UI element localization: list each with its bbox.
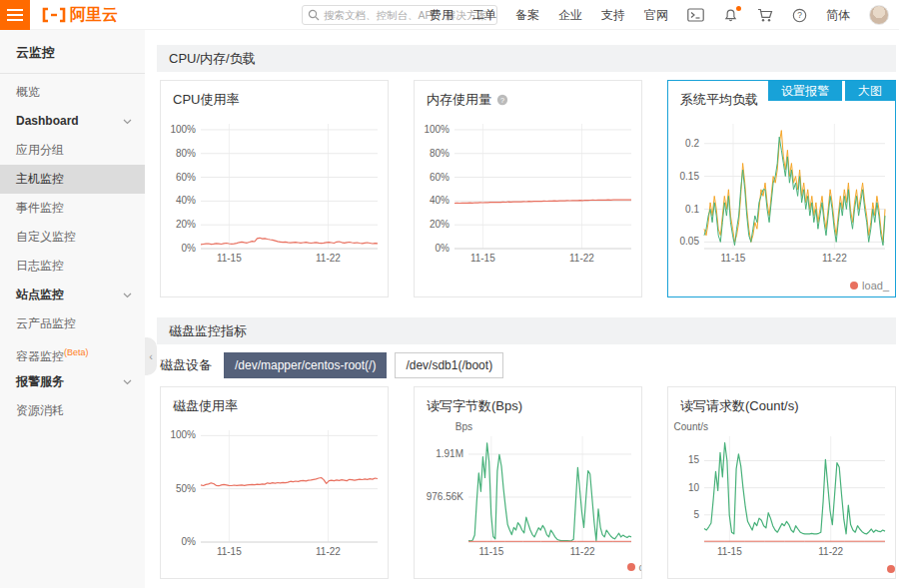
svg-text:?: ? xyxy=(797,10,802,20)
load-legend[interactable]: load_ xyxy=(850,280,889,292)
count-legend[interactable] xyxy=(887,565,896,573)
svg-text:0%: 0% xyxy=(436,243,450,254)
set-alarm-button[interactable]: 设置报警 xyxy=(768,81,842,101)
rw-bytes-chart[interactable]: 11-1511-22976.56K1.91MBps xyxy=(417,421,635,558)
svg-text:80%: 80% xyxy=(176,148,196,159)
nav-icp[interactable]: 备案 xyxy=(515,7,539,24)
cpu-usage-chart[interactable]: 11-1511-220%20%40%60%80%100% xyxy=(163,115,382,265)
notification-badge xyxy=(736,6,741,11)
svg-text:100%: 100% xyxy=(170,429,196,440)
svg-text:11-15: 11-15 xyxy=(478,546,503,557)
notifications-bell-icon[interactable] xyxy=(723,8,738,23)
chevron-down-icon xyxy=(123,379,132,385)
sidebar-item-alert-service[interactable]: 报警服务 xyxy=(0,367,145,396)
svg-text:0.2: 0.2 xyxy=(685,138,699,149)
rw-bytes-card-title: 读写字节数(Bps) xyxy=(415,387,641,419)
sidebar-item-resource-usage[interactable]: 资源消耗 xyxy=(0,396,145,425)
svg-text:0.1: 0.1 xyxy=(685,204,699,215)
svg-text:20%: 20% xyxy=(430,219,450,230)
rw-bytes-card: 读写字节数(Bps) 11-1511-22976.56K1.91MBps c xyxy=(414,386,642,579)
logo-text: 阿里云 xyxy=(70,5,118,26)
sidebar-collapse-handle[interactable]: ‹ xyxy=(145,337,157,375)
enlarge-chart-button[interactable]: 大图 xyxy=(845,81,895,101)
disk-usage-chart[interactable]: 11-1511-220%50%100% xyxy=(163,421,382,558)
svg-text:40%: 40% xyxy=(430,195,450,206)
top-nav: 费用 工单 备案 企业 支持 官网 ? 简体 xyxy=(430,0,899,30)
top-bar: 阿里云 费用 工单 备案 企业 支持 官网 ? 简体 xyxy=(0,0,899,30)
beta-badge: (Beta) xyxy=(64,347,89,357)
chevron-down-icon xyxy=(123,119,132,125)
nav-website[interactable]: 官网 xyxy=(644,7,668,24)
sidebar-item-dashboard[interactable]: Dashboard xyxy=(0,107,145,136)
bps-legend[interactable]: c xyxy=(627,561,643,573)
svg-text:Count/s: Count/s xyxy=(674,421,708,432)
sidebar-item-overview[interactable]: 概览 xyxy=(0,78,145,107)
svg-text:11-15: 11-15 xyxy=(717,546,742,557)
sidebar-item-event-monitoring[interactable]: 事件监控 xyxy=(0,194,145,223)
cart-icon[interactable] xyxy=(757,8,773,23)
disk-device-selector: 磁盘设备 /dev/mapper/centos-root(/) /dev/sdb… xyxy=(160,352,899,378)
memory-card-title: 内存使用量 ? xyxy=(415,81,641,113)
disk-tab-centos-root[interactable]: /dev/mapper/centos-root(/) xyxy=(224,352,387,378)
disk-tab-sdb1-boot[interactable]: /dev/sdb1(/boot) xyxy=(395,352,503,378)
alibaba-cloud-logo[interactable]: 阿里云 xyxy=(42,0,118,30)
svg-text:10: 10 xyxy=(688,482,700,493)
sidebar-title: 云监控 xyxy=(0,30,145,74)
svg-text:11-15: 11-15 xyxy=(470,253,495,264)
disk-device-label: 磁盘设备 xyxy=(160,356,212,374)
rw-requests-card-title: 读写请求数(Count/s) xyxy=(668,387,895,419)
sidebar-item-site-monitoring[interactable]: 站点监控 xyxy=(0,281,145,309)
svg-text:50%: 50% xyxy=(176,483,196,494)
memory-usage-chart[interactable]: 11-1511-220%20%40%60%80%100% xyxy=(417,115,635,265)
section-header-cpu-mem-load: CPU/内存/负载 xyxy=(157,45,896,72)
svg-text:60%: 60% xyxy=(176,172,196,183)
sidebar-item-log-monitoring[interactable]: 日志监控 xyxy=(0,252,145,281)
sidebar-item-host-monitoring[interactable]: 主机监控 xyxy=(0,165,145,194)
memory-usage-card: 内存使用量 ? 11-1511-220%20%40%60%80%100% xyxy=(414,80,642,297)
svg-text:100%: 100% xyxy=(424,124,450,135)
svg-text:15: 15 xyxy=(688,454,700,465)
search-icon xyxy=(308,9,320,21)
rw-requests-chart[interactable]: 11-1511-2251015Count/s xyxy=(670,421,889,558)
svg-text:100%: 100% xyxy=(170,124,196,135)
svg-text:976.56K: 976.56K xyxy=(427,491,464,502)
hamburger-menu-icon[interactable] xyxy=(0,0,30,30)
cpu-usage-card: CPU使用率 11-1511-220%20%40%60%80%100% xyxy=(160,80,389,297)
svg-text:11-22: 11-22 xyxy=(569,253,594,264)
nav-billing[interactable]: 费用 xyxy=(430,7,453,24)
rw-requests-card: 读写请求数(Count/s) 11-1511-2251015Count/s xyxy=(667,386,896,579)
svg-text:11-22: 11-22 xyxy=(818,546,843,557)
nav-enterprise[interactable]: 企业 xyxy=(558,7,582,24)
system-load-chart[interactable]: 11-1511-220.050.10.150.2 xyxy=(670,115,889,265)
sidebar-item-cloud-product-monitoring[interactable]: 云产品监控 xyxy=(0,309,145,338)
svg-text:11-22: 11-22 xyxy=(316,253,341,264)
help-circle-icon[interactable]: ? xyxy=(496,94,508,106)
language-switcher[interactable]: 简体 xyxy=(826,7,850,24)
logo-bracket-icon xyxy=(42,7,66,23)
svg-text:0.05: 0.05 xyxy=(680,236,700,247)
svg-text:0%: 0% xyxy=(182,536,197,547)
svg-text:0%: 0% xyxy=(182,243,197,254)
sidebar-item-custom-monitoring[interactable]: 自定义监控 xyxy=(0,223,145,252)
nav-support[interactable]: 支持 xyxy=(601,7,625,24)
chevron-down-icon xyxy=(123,293,132,298)
svg-text:80%: 80% xyxy=(430,148,450,159)
svg-text:5: 5 xyxy=(693,509,699,520)
svg-text:?: ? xyxy=(500,96,504,105)
user-avatar[interactable] xyxy=(869,5,889,25)
svg-text:1.91M: 1.91M xyxy=(436,448,463,459)
svg-text:60%: 60% xyxy=(430,172,450,183)
nav-tickets[interactable]: 工单 xyxy=(472,7,496,24)
svg-text:11-15: 11-15 xyxy=(721,253,746,264)
section-header-disk-metrics: 磁盘监控指标 xyxy=(157,317,896,344)
svg-text:11-15: 11-15 xyxy=(217,253,242,264)
cloud-shell-icon[interactable] xyxy=(687,8,704,22)
sidebar-item-container-monitoring[interactable]: 容器监控(Beta) xyxy=(0,338,145,367)
help-icon[interactable]: ? xyxy=(792,8,807,23)
disk-usage-card: 磁盘使用率 11-1511-220%50%100% xyxy=(160,386,389,579)
main-content: CPU/内存/负载 CPU使用率 11-1511-220%20%40%60%80… xyxy=(145,30,899,588)
sidebar-item-app-groups[interactable]: 应用分组 xyxy=(0,136,145,165)
svg-text:11-22: 11-22 xyxy=(316,546,341,557)
svg-text:20%: 20% xyxy=(176,219,196,230)
legend-dot-icon xyxy=(850,282,858,290)
